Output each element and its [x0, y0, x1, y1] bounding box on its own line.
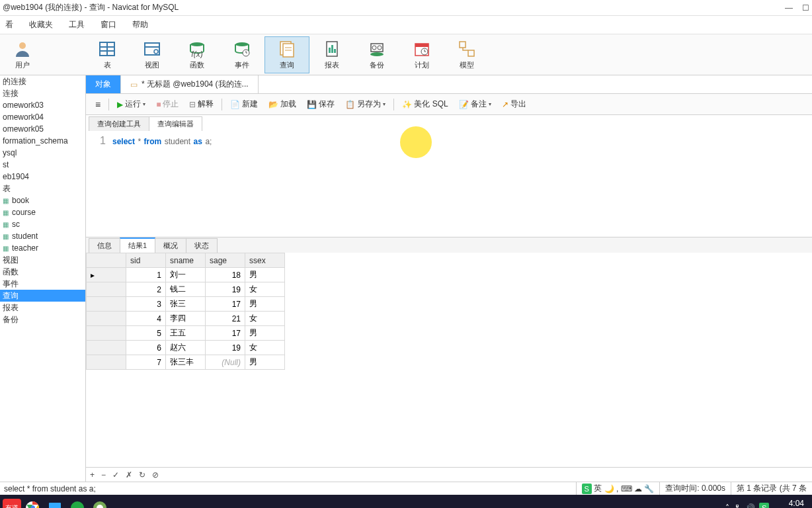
- main-toolbar: 用户 表 视图 f(x) 函数 事件 查询 报表 备份 计划 模型: [0, 34, 812, 75]
- task-app-green[interactable]: [66, 497, 89, 508]
- menu-view[interactable]: 看: [5, 19, 13, 30]
- table-row[interactable]: 6赵六19女: [87, 341, 285, 355]
- subtab-builder[interactable]: 查询创建工具: [89, 116, 149, 131]
- tray-up-icon[interactable]: ˄: [725, 503, 729, 508]
- svg-rect-18: [331, 45, 333, 53]
- separator: [222, 99, 222, 110]
- tree-item[interactable]: ysql: [0, 147, 85, 159]
- nav-check[interactable]: ✓: [112, 470, 119, 480]
- note-button[interactable]: 📝备注▾: [455, 97, 495, 111]
- task-app-1[interactable]: 有道: [3, 499, 21, 508]
- tree-item[interactable]: ▦student: [0, 230, 85, 242]
- tray-clock[interactable]: 4:04 2019/6/2: [773, 499, 804, 508]
- stop-button[interactable]: ■停止: [152, 97, 183, 111]
- result-tab-status[interactable]: 状态: [186, 238, 218, 253]
- tab-query[interactable]: ▭ * 无标题 @web1904 (我的连...: [121, 75, 259, 93]
- col-header[interactable]: sage: [206, 253, 245, 268]
- separator: [393, 99, 394, 110]
- menu-help[interactable]: 帮助: [132, 19, 148, 30]
- col-header[interactable]: sid: [126, 253, 166, 268]
- explain-button[interactable]: ⊟解释: [185, 97, 218, 111]
- table-row[interactable]: 4李四21女: [87, 312, 285, 326]
- task-browser[interactable]: [89, 497, 111, 508]
- task-monitor[interactable]: [44, 497, 66, 508]
- backup-tool[interactable]: 备份: [354, 36, 399, 73]
- load-button[interactable]: 📂加载: [264, 97, 300, 111]
- tree-item[interactable]: formation_schema: [0, 135, 85, 147]
- schedule-icon: [413, 40, 431, 58]
- subtab-editor[interactable]: 查询编辑器: [149, 116, 202, 131]
- tree-item[interactable]: 视图: [0, 254, 85, 266]
- tree-item[interactable]: 函数: [0, 266, 85, 278]
- task-chrome[interactable]: [21, 497, 44, 508]
- tree-item[interactable]: omework04: [0, 111, 85, 123]
- nav-stop[interactable]: ⊘: [152, 470, 159, 480]
- tree-item[interactable]: ▦teacher: [0, 242, 85, 254]
- user-tool[interactable]: 用户: [0, 36, 45, 73]
- tree-item[interactable]: 事件: [0, 278, 85, 290]
- tree-item[interactable]: omework05: [0, 123, 85, 135]
- minimize-button[interactable]: —: [785, 3, 793, 13]
- nav-delete[interactable]: −: [101, 470, 106, 480]
- nav-add[interactable]: +: [90, 470, 95, 480]
- nav-refresh[interactable]: ↻: [139, 470, 145, 480]
- saveas-button[interactable]: 📋另存为▾: [341, 97, 389, 111]
- grid-navigator: + − ✓ ✗ ↻ ⊘: [86, 467, 812, 482]
- menu-window[interactable]: 窗口: [101, 19, 116, 30]
- tree-item[interactable]: st: [0, 159, 85, 171]
- new-button[interactable]: 📄新建: [226, 97, 262, 111]
- tree-item[interactable]: eb1904: [0, 171, 85, 183]
- menu-tools[interactable]: 工具: [69, 19, 85, 30]
- tree-item[interactable]: 备份: [0, 314, 85, 325]
- model-tool[interactable]: 模型: [444, 36, 489, 73]
- backup-icon: [368, 40, 386, 58]
- svg-point-10: [235, 42, 249, 46]
- tree-item[interactable]: 查询: [0, 290, 85, 302]
- result-tab-result1[interactable]: 结果1: [120, 237, 155, 253]
- result-tabs: 信息 结果1 概况 状态: [86, 237, 812, 253]
- function-tool[interactable]: f(x) 函数: [175, 36, 220, 73]
- separator: [108, 99, 109, 110]
- col-header[interactable]: ssex: [245, 253, 285, 268]
- ime-indicator[interactable]: S 英 🌙 , ⌨ ☁ 🔧: [576, 482, 660, 495]
- event-tool[interactable]: 事件: [220, 36, 264, 73]
- tree-item[interactable]: ▦course: [0, 206, 85, 218]
- result-tab-info[interactable]: 信息: [89, 238, 120, 253]
- table-row[interactable]: 2钱二19女: [87, 282, 285, 297]
- maximize-button[interactable]: ☐: [802, 3, 809, 13]
- tab-objects[interactable]: 对象: [86, 75, 121, 93]
- tree-item[interactable]: ▦book: [0, 194, 85, 206]
- menu-favorites[interactable]: 收藏夹: [29, 19, 53, 30]
- result-grid[interactable]: sidsnamesagessex▸1刘一18男2钱二19女3张三17男4李四21…: [86, 253, 812, 467]
- result-tab-profile[interactable]: 概况: [155, 238, 186, 253]
- tree-item[interactable]: 的连接: [0, 75, 85, 87]
- new-icon: 📄: [230, 100, 240, 109]
- table-tool[interactable]: 表: [85, 36, 130, 73]
- tray-volume-icon[interactable]: 🔊: [745, 503, 755, 508]
- tree-item[interactable]: 报表: [0, 302, 85, 314]
- nav-cancel[interactable]: ✗: [126, 470, 132, 480]
- sql-editor[interactable]: 1 select * from student as a;: [86, 131, 812, 237]
- table-row[interactable]: ▸1刘一18男: [87, 268, 285, 282]
- tree-item[interactable]: 连接: [0, 87, 85, 99]
- run-button[interactable]: ▶运行▾: [113, 97, 149, 111]
- view-tool[interactable]: 视图: [130, 36, 175, 73]
- beautify-button[interactable]: ✨美化 SQL: [398, 97, 452, 111]
- tree-item[interactable]: 表: [0, 183, 85, 194]
- save-button[interactable]: 💾保存: [303, 97, 339, 111]
- report-tool[interactable]: 报表: [309, 36, 354, 73]
- query-tool[interactable]: 查询: [264, 36, 309, 73]
- col-header[interactable]: sname: [166, 253, 206, 268]
- table-row[interactable]: 3张三17男: [87, 297, 285, 312]
- export-button[interactable]: ↗导出: [498, 97, 530, 111]
- content-tabs: 对象 ▭ * 无标题 @web1904 (我的连...: [86, 75, 812, 94]
- event-icon: [233, 40, 251, 58]
- schedule-tool[interactable]: 计划: [399, 36, 444, 73]
- menu-toggle[interactable]: ≡: [91, 98, 104, 111]
- tree-item[interactable]: ▦sc: [0, 218, 85, 230]
- table-row[interactable]: 7张三丰(Null)男: [87, 355, 285, 370]
- tree-item[interactable]: omework03: [0, 99, 85, 111]
- tray-ime[interactable]: S: [759, 503, 769, 508]
- tray-network-icon[interactable]: 🖧: [733, 503, 741, 508]
- table-row[interactable]: 5王五17男: [87, 326, 285, 341]
